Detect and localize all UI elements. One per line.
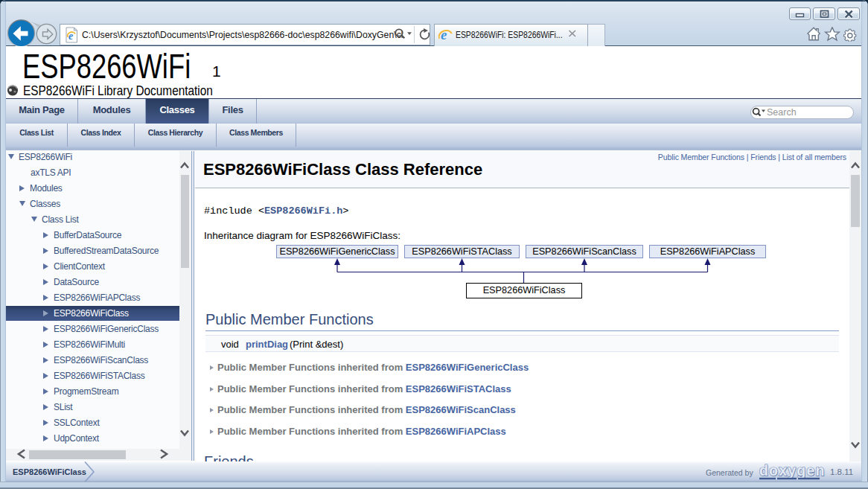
- svg-text:doxygen: doxygen: [759, 463, 826, 479]
